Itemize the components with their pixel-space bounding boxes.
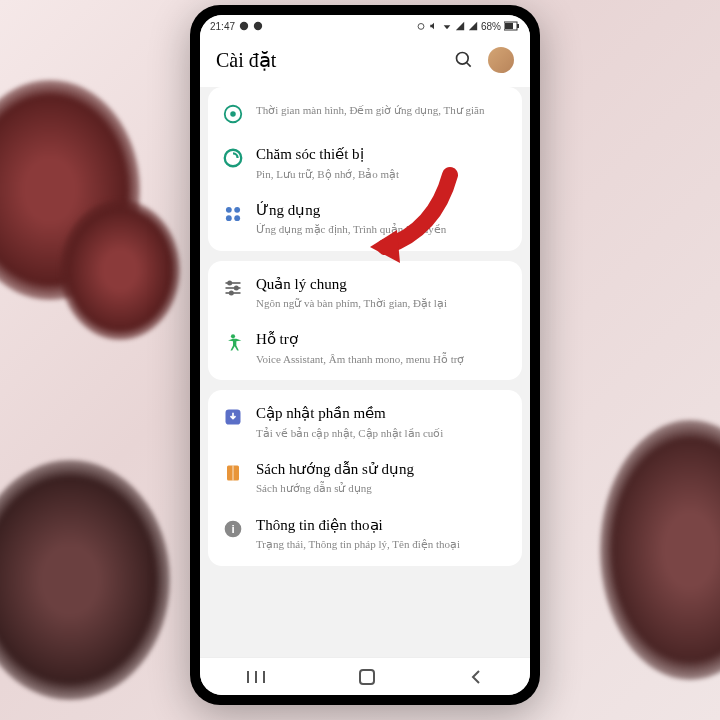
item-title: Sách hướng dẫn sử dụng [256, 460, 508, 480]
svg-text:i: i [231, 522, 234, 535]
general-item[interactable]: Quản lý chung Ngôn ngữ và bàn phím, Thời… [208, 265, 522, 321]
alarm-icon [416, 21, 426, 31]
general-icon [222, 277, 244, 299]
section-device: Thời gian màn hình, Đếm giờ ứng dụng, Th… [208, 87, 522, 251]
page-title: Cài đặt [216, 48, 276, 72]
item-title: Thông tin điện thoại [256, 516, 508, 536]
item-title: Hỗ trợ [256, 330, 508, 350]
item-sub: Ứng dụng mặc định, Trình quản lý quyền [256, 222, 508, 236]
svg-point-10 [225, 150, 242, 167]
svg-rect-5 [517, 24, 519, 28]
recents-button[interactable] [246, 669, 266, 685]
screen: 21:47 68% Cài đặt [200, 15, 530, 695]
battery-icon [504, 21, 520, 31]
signal2-icon [468, 21, 478, 31]
svg-point-14 [234, 215, 240, 221]
svg-point-6 [457, 53, 469, 65]
item-sub: Thời gian màn hình, Đếm giờ ứng dụng, Th… [256, 103, 508, 117]
svg-point-21 [231, 335, 235, 339]
wellbeing-item[interactable]: Thời gian màn hình, Đếm giờ ứng dụng, Th… [208, 91, 522, 135]
svg-rect-30 [360, 670, 374, 684]
item-sub: Trạng thái, Thông tin pháp lý, Tên điện … [256, 537, 508, 551]
section-system: Cập nhật phần mềm Tải về bản cập nhật, C… [208, 390, 522, 565]
about-item[interactable]: i Thông tin điện thoại Trạng thái, Thông… [208, 506, 522, 562]
nav-bar [200, 657, 530, 695]
update-item[interactable]: Cập nhật phần mềm Tải về bản cập nhật, C… [208, 394, 522, 450]
back-button[interactable] [468, 669, 484, 685]
home-button[interactable] [358, 668, 376, 686]
wellbeing-icon [222, 103, 244, 125]
phone-frame: 21:47 68% Cài đặt [190, 5, 540, 705]
svg-line-7 [467, 63, 471, 67]
svg-point-12 [234, 207, 240, 213]
section-general: Quản lý chung Ngôn ngữ và bàn phím, Thời… [208, 261, 522, 381]
apps-item[interactable]: Ứng dụng Ứng dụng mặc định, Trình quản l… [208, 191, 522, 247]
device-care-icon [222, 147, 244, 169]
item-sub: Ngôn ngữ và bàn phím, Thời gian, Đặt lại [256, 296, 508, 310]
svg-point-18 [228, 281, 231, 284]
svg-point-1 [254, 22, 262, 30]
messenger-icon [239, 21, 249, 31]
settings-list[interactable]: Thời gian màn hình, Đếm giờ ứng dụng, Th… [200, 87, 530, 657]
item-sub: Pin, Lưu trữ, Bộ nhớ, Bảo mật [256, 167, 508, 181]
item-title: Cập nhật phần mềm [256, 404, 508, 424]
manual-item[interactable]: Sách hướng dẫn sử dụng Sách hướng dẫn sử… [208, 450, 522, 506]
search-icon[interactable] [454, 50, 474, 70]
signal-icon [455, 21, 465, 31]
apps-icon [222, 203, 244, 225]
svg-point-2 [418, 24, 424, 30]
update-icon [222, 406, 244, 428]
status-bar: 21:47 68% [200, 15, 530, 37]
svg-rect-4 [505, 23, 513, 29]
header: Cài đặt [200, 37, 530, 87]
item-sub: Voice Assistant, Âm thanh mono, menu Hỗ … [256, 352, 508, 366]
svg-point-11 [226, 207, 232, 213]
avatar[interactable] [488, 47, 514, 73]
accessibility-item[interactable]: Hỗ trợ Voice Assistant, Âm thanh mono, m… [208, 320, 522, 376]
about-icon: i [222, 518, 244, 540]
item-sub: Sách hướng dẫn sử dụng [256, 481, 508, 495]
svg-point-0 [240, 22, 248, 30]
item-title: Ứng dụng [256, 201, 508, 221]
status-time: 21:47 [210, 21, 235, 32]
svg-point-13 [226, 215, 232, 221]
device-care-item[interactable]: Chăm sóc thiết bị Pin, Lưu trữ, Bộ nhớ, … [208, 135, 522, 191]
svg-point-20 [230, 291, 233, 294]
chat-icon [253, 21, 263, 31]
item-sub: Tải về bản cập nhật, Cập nhật lần cuối [256, 426, 508, 440]
item-title: Chăm sóc thiết bị [256, 145, 508, 165]
item-title: Quản lý chung [256, 275, 508, 295]
svg-point-19 [235, 286, 238, 289]
svg-rect-24 [232, 465, 234, 480]
mute-icon [429, 21, 439, 31]
battery-text: 68% [481, 21, 501, 32]
svg-point-9 [230, 111, 236, 117]
accessibility-icon [222, 332, 244, 354]
manual-icon [222, 462, 244, 484]
wifi-icon [442, 21, 452, 31]
